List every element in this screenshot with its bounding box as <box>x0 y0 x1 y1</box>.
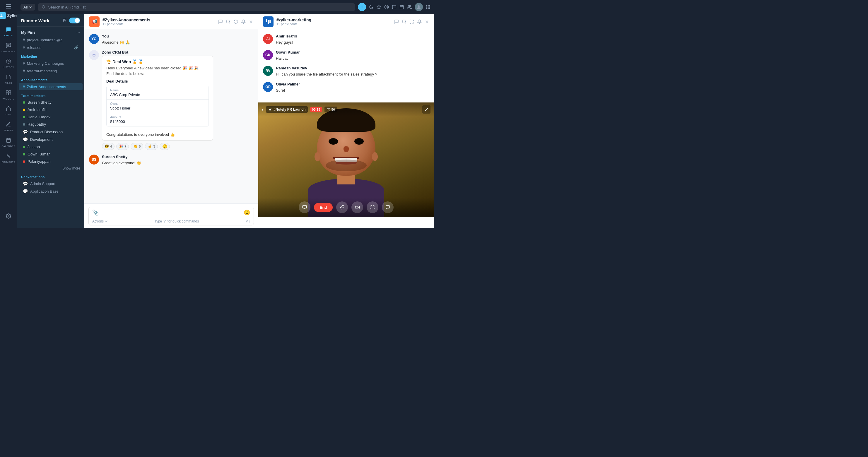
team-item-development[interactable]: 💬 Development <box>19 136 83 143</box>
deal-field-amount: Amount $145000 <box>106 113 209 126</box>
calendar-topbar-icon[interactable] <box>399 5 404 9</box>
channel-marketing-campaigns[interactable]: # Marketing Campaigns <box>19 60 83 67</box>
channel-referral-marketing[interactable]: # referral-marketing <box>19 67 83 74</box>
bell-icon[interactable] <box>417 19 422 24</box>
marketing-participants: 11 participants <box>276 22 391 26</box>
contacts-icon[interactable] <box>407 5 412 9</box>
history-icon <box>6 59 11 65</box>
search-icon[interactable] <box>402 19 406 24</box>
expand-icon[interactable] <box>409 19 414 24</box>
reaction-2[interactable]: 🎉 7 <box>116 143 129 150</box>
nav-files[interactable]: FILES <box>1 72 16 87</box>
hamburger-menu[interactable] <box>3 2 14 10</box>
sender-name: Suresh Shetty <box>102 155 127 159</box>
svg-point-38 <box>91 52 97 58</box>
svg-point-18 <box>386 6 387 8</box>
add-reaction-btn[interactable]: 🙂 <box>160 143 170 150</box>
message-content: Amir Israfili Hey guys! <box>276 34 429 45</box>
bell-icon[interactable] <box>241 19 246 24</box>
team-member-joseph[interactable]: Joseph <box>19 143 83 150</box>
conv-application-base[interactable]: 💬 Application Base <box>19 188 83 195</box>
screen-share-btn[interactable] <box>299 201 310 213</box>
pins-more-btn[interactable]: ··· <box>76 30 80 35</box>
record-btn[interactable] <box>351 201 363 213</box>
search-box[interactable]: Search in All (cmd + k) <box>38 3 355 11</box>
mention-icon[interactable] <box>392 5 397 9</box>
end-call-button[interactable]: End <box>314 203 333 212</box>
search-icon[interactable] <box>226 19 230 24</box>
user-avatar[interactable] <box>415 3 423 11</box>
chat-icon[interactable] <box>394 19 399 24</box>
svg-rect-31 <box>426 8 427 9</box>
link-btn[interactable] <box>336 201 348 213</box>
svg-rect-26 <box>428 5 428 6</box>
fullscreen-btn[interactable] <box>367 201 378 213</box>
marketing-messages: AI Amir Israfili Hey guys! GK Gowri Kuma… <box>258 29 434 102</box>
close-icon[interactable] <box>249 19 253 24</box>
nav-history[interactable]: HISTORY <box>1 56 16 71</box>
channel-name: referral-marketing <box>27 69 79 73</box>
team-member-amir[interactable]: Amir Israfili <box>19 106 83 113</box>
star-icon[interactable] <box>377 5 381 9</box>
conv-admin-support[interactable]: 💬 Admin Support <box>19 180 83 187</box>
monitor-icon[interactable]: 🖥 <box>62 18 67 23</box>
svg-marker-53 <box>358 206 360 208</box>
close-icon[interactable] <box>425 19 429 24</box>
channel-info: #Zylker-Announcements 11 participants <box>102 18 215 26</box>
app-logo[interactable]: Z/ Zylker <box>0 12 19 19</box>
card-header: 🏆 Deal Won 🏅 🏅 Hello Everyone! A new dea… <box>102 56 213 79</box>
workspace-header: Remote Work 🖥 <box>17 14 84 27</box>
chat-messages: YO You Awesome 🙌 🙏 <box>84 29 258 203</box>
remote-work-toggle[interactable] <box>69 18 80 24</box>
show-more-btn[interactable]: Show more <box>17 165 84 171</box>
hash-icon: # <box>23 84 25 89</box>
sender-name: You <box>102 34 109 38</box>
nav-notes[interactable]: NOTES <box>1 119 16 134</box>
left-panel: Remote Work 🖥 My Pins ··· # project-upda… <box>17 14 84 228</box>
at-icon[interactable] <box>384 5 389 9</box>
add-button[interactable]: + <box>358 3 366 11</box>
reaction-4[interactable]: 🤞 3 <box>145 143 158 150</box>
filter-selector[interactable]: All <box>21 4 35 10</box>
field-label: Owner <box>110 102 205 105</box>
bot-message-group: Zoho CRM Bot 🏆 Deal Won 🏅 🏅 Hello Everyo… <box>89 50 253 150</box>
nav-widgets[interactable]: WIDGETS <box>1 88 16 103</box>
attach-button[interactable]: 📎 <box>92 209 99 216</box>
header-actions <box>218 19 253 24</box>
nav-org[interactable]: ORG <box>1 103 16 119</box>
message-input[interactable] <box>101 209 241 216</box>
apps-grid-icon[interactable] <box>426 5 431 9</box>
team-member-palaniyappan[interactable]: Palaniyappan <box>19 158 83 165</box>
video-back-btn[interactable]: ‹ <box>262 106 264 113</box>
pinned-channel-releases[interactable]: # releases 🔗 <box>19 44 83 51</box>
reaction-3[interactable]: 👏 6 <box>131 143 143 150</box>
chat-icon[interactable] <box>218 19 223 24</box>
team-member-gowri[interactable]: Gowri Kumar <box>19 151 83 158</box>
team-member-daniel[interactable]: Daniel Ragov <box>19 113 83 120</box>
channel-zylker-announcements[interactable]: # Zylker-Announcements <box>19 83 83 90</box>
nav-channels[interactable]: CHANNELS <box>1 40 16 55</box>
nav-projects[interactable]: PROJECTS <box>1 151 16 166</box>
status-indicator <box>23 123 25 126</box>
svg-rect-19 <box>400 6 404 9</box>
nav-calendar[interactable]: CALENDER <box>1 135 16 150</box>
markdown-btn[interactable]: M↓ <box>245 219 250 223</box>
chat-call-btn[interactable] <box>382 201 394 213</box>
deal-won-card: 🏆 Deal Won 🏅 🏅 Hello Everyone! A new dea… <box>102 56 213 140</box>
nav-settings[interactable] <box>1 208 16 224</box>
team-item-product-discussion[interactable]: 💬 Product Discussion <box>19 128 83 135</box>
video-expand-btn[interactable]: ⤢ <box>422 105 431 113</box>
reaction-emoji: 😎 <box>104 144 109 149</box>
nav-chats[interactable]: CHATS <box>1 24 16 39</box>
team-member-suresh[interactable]: Suresh Shetty <box>19 99 83 106</box>
message-text: Great job everyone! 👏 <box>102 160 253 166</box>
pinned-channel-project-updates[interactable]: # project-updates : @Z... <box>19 36 83 43</box>
markdown-hint: Type "/" for quick commands <box>154 219 199 223</box>
reaction-1[interactable]: 😎 4 <box>102 143 115 150</box>
field-label: Amount <box>110 116 205 119</box>
refresh-icon[interactable] <box>234 19 238 24</box>
emoji-button[interactable]: 🙂 <box>244 209 250 216</box>
team-member-ragupathy[interactable]: Ragupathy <box>19 121 83 128</box>
top-bar: All Search in All (cmd + k) + <box>17 0 434 14</box>
moon-icon[interactable] <box>369 5 374 9</box>
